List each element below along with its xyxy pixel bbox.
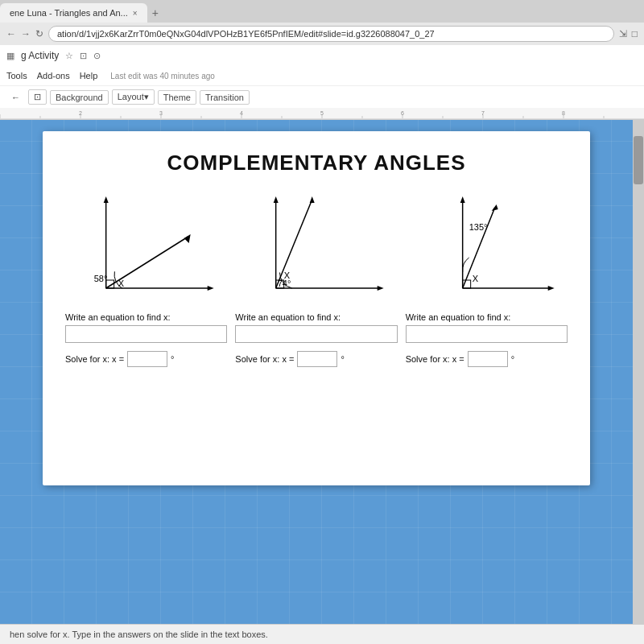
- menu-help[interactable]: Help: [80, 71, 98, 80]
- browser-tab[interactable]: ene Luna - Triangles and An... ×: [0, 3, 147, 23]
- equation-label-2: Write an equation to find x:: [235, 312, 341, 322]
- svg-marker-36: [378, 286, 384, 291]
- svg-marker-45: [547, 286, 554, 291]
- svg-text:6: 6: [401, 110, 404, 116]
- address-bar: ← → ↻ ⇲ □: [0, 23, 644, 45]
- diagram-svg-3: 135° X: [406, 192, 568, 312]
- solve-label-3: Solve for x: x =: [406, 354, 464, 364]
- diagram-col-2: X 74° Write an equation to find x: Solve…: [235, 192, 397, 367]
- svg-marker-34: [274, 196, 279, 203]
- diagram-svg-1: 58° X: [65, 192, 227, 312]
- tab-bar: ene Luna - Triangles and An... × +: [0, 0, 644, 23]
- last-edit-text: Last edit was 40 minutes ago: [110, 72, 215, 80]
- svg-text:X: X: [118, 279, 125, 288]
- folder-icon[interactable]: ⊡: [80, 51, 87, 61]
- solve-input-3[interactable]: [468, 351, 508, 367]
- svg-text:8: 8: [562, 110, 565, 116]
- svg-line-38: [276, 200, 312, 288]
- menu-tools[interactable]: Tools: [6, 71, 27, 80]
- degree-3: °: [511, 354, 514, 364]
- slide-title: Complementary Angles: [65, 151, 568, 175]
- new-tab-button[interactable]: +: [147, 6, 163, 19]
- diagram-svg-2: X 74°: [235, 192, 397, 312]
- solve-row-1: Solve for x: x = °: [65, 351, 174, 367]
- transition-button[interactable]: Transition: [200, 90, 250, 105]
- svg-text:3: 3: [159, 110, 163, 116]
- solve-row-3: Solve for x: x = °: [406, 351, 514, 367]
- equation-input-1[interactable]: [65, 325, 227, 343]
- toolbar-slide-num[interactable]: ⊡: [28, 89, 47, 105]
- slides-title-bar: ▦ g Activity ☆ ⊡ ⊙: [0, 45, 644, 66]
- slide-canvas: Complementary Angles: [0, 120, 633, 624]
- scrollbar-thumb[interactable]: [634, 136, 643, 184]
- share-icon[interactable]: ⊙: [93, 51, 101, 61]
- ruler-svg: 2 3 4 5 6 7 8: [0, 108, 644, 119]
- diagram-col-3: 135° X Write an equation to find x: Solv…: [406, 192, 568, 367]
- svg-line-47: [462, 208, 494, 288]
- content-area: Complementary Angles: [0, 120, 644, 624]
- bottom-instruction: hen solve for x. Type in the answers on …: [10, 630, 268, 639]
- tab-label: ene Luna - Triangles and An...: [10, 8, 128, 18]
- slides-ui: ▦ g Activity ☆ ⊡ ⊙ Tools Add-ons Help La…: [0, 45, 644, 120]
- svg-text:5: 5: [320, 110, 324, 116]
- svg-text:7: 7: [481, 110, 485, 116]
- svg-marker-27: [208, 286, 214, 291]
- equation-label-1: Write an equation to find x:: [65, 312, 171, 322]
- star-icon[interactable]: ☆: [65, 51, 73, 61]
- right-scrollbar[interactable]: [633, 120, 644, 624]
- svg-marker-29: [184, 234, 191, 243]
- svg-marker-25: [104, 196, 109, 203]
- slides-logo-icon: ▦: [6, 51, 14, 61]
- svg-marker-39: [310, 196, 315, 203]
- svg-text:58°: 58°: [94, 274, 108, 283]
- svg-text:4: 4: [240, 110, 243, 116]
- svg-text:135°: 135°: [469, 222, 487, 232]
- menu-icon[interactable]: □: [632, 28, 638, 39]
- slide: Complementary Angles: [43, 131, 590, 485]
- app-container: ene Luna - Triangles and An... × + ← → ↻…: [0, 0, 644, 644]
- equation-input-3[interactable]: [406, 325, 568, 343]
- svg-marker-43: [460, 196, 464, 203]
- menu-bar: Tools Add-ons Help Last edit was 40 minu…: [0, 66, 644, 85]
- diagram-col-1: 58° X Write an equation to find x: Solve…: [65, 192, 227, 367]
- theme-button[interactable]: Theme: [158, 90, 196, 105]
- back-button[interactable]: ←: [6, 28, 16, 39]
- svg-text:X: X: [472, 274, 478, 283]
- tab-close-icon[interactable]: ×: [133, 9, 138, 18]
- svg-text:2: 2: [79, 110, 82, 116]
- diagrams-row: 58° X Write an equation to find x: Solve…: [65, 192, 568, 367]
- svg-marker-48: [491, 204, 497, 211]
- reload-button[interactable]: ↻: [35, 28, 43, 39]
- solve-label-1: Solve for x: x =: [65, 354, 124, 364]
- address-input[interactable]: [48, 26, 614, 42]
- ruler: 2 3 4 5 6 7 8: [0, 108, 644, 119]
- menu-addons[interactable]: Add-ons: [37, 71, 70, 80]
- solve-input-2[interactable]: [297, 351, 337, 367]
- toolbar-back-button[interactable]: ←: [6, 91, 25, 104]
- degree-2: °: [341, 354, 344, 364]
- equation-label-3: Write an equation to find x:: [406, 312, 511, 322]
- layout-button[interactable]: Layout▾: [112, 89, 155, 105]
- nav-icon[interactable]: ⇲: [619, 28, 627, 39]
- degree-1: °: [171, 354, 174, 364]
- solve-row-2: Solve for x: x = °: [235, 351, 344, 367]
- background-button[interactable]: Background: [50, 90, 109, 105]
- bottom-bar: hen solve for x. Type in the answers on …: [0, 624, 644, 644]
- toolbar: ← ⊡ Background Layout▾ Theme Transition: [0, 85, 644, 108]
- solve-input-1[interactable]: [127, 351, 167, 367]
- slides-title: g Activity: [21, 50, 59, 61]
- equation-input-2[interactable]: [235, 325, 397, 343]
- forward-button[interactable]: →: [21, 28, 31, 39]
- solve-label-2: Solve for x: x =: [235, 354, 294, 364]
